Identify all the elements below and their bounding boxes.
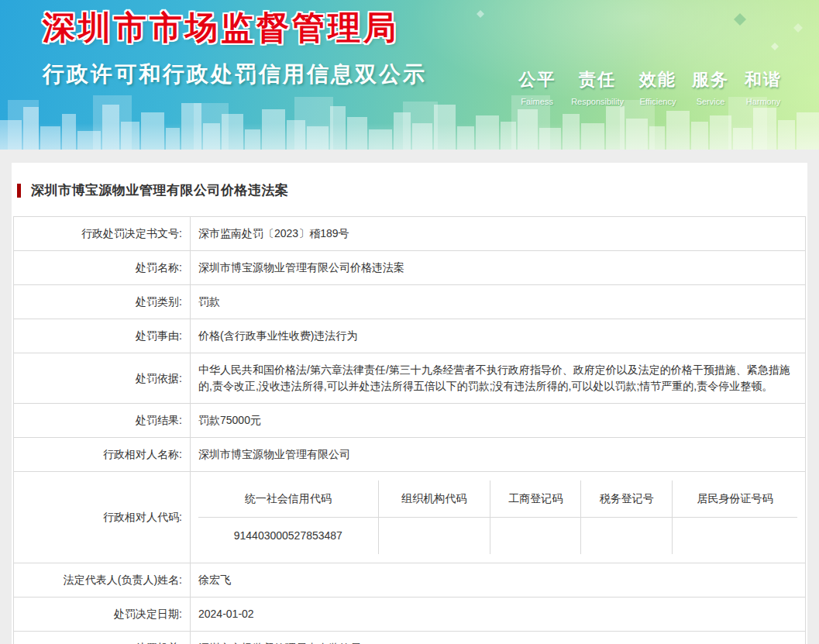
table-row: 处罚决定日期: 2024-01-02 <box>14 598 806 632</box>
table-row: 处罚名称: 深圳市博宝源物业管理有限公司价格违法案 <box>14 251 806 285</box>
table-row-codes: 行政相对人代码: 统一社会信用代码 组织机构代码 工商登记码 税务登记号 居民身… <box>14 472 806 563</box>
penalty-record-table: 行政处罚决定书文号: 深市监南处罚〔2023〕稽189号 处罚名称: 深圳市博宝… <box>13 216 806 644</box>
content-panel: 深圳市博宝源物业管理有限公司价格违法案 行政处罚决定书文号: 深市监南处罚〔20… <box>12 163 807 644</box>
title-marker <box>17 184 21 198</box>
slogan-en: Responsibility <box>571 97 624 106</box>
field-value-penalty-type: 罚款 <box>191 285 806 319</box>
table-row: 处罚事由: 价格(含行政事业性收费)违法行为 <box>14 319 806 353</box>
code-column-header: 统一社会信用代码 <box>198 480 378 517</box>
slogan-service: 服务 Service <box>692 68 729 106</box>
slogan-responsibility: 责任 Responsibility <box>571 68 624 106</box>
slogan-en: Service <box>692 97 729 106</box>
code-column-header: 税务登记号 <box>580 480 671 517</box>
site-title: 深圳市市场监督管理局 <box>43 6 819 50</box>
field-label-penalty-authority: 处罚机关: <box>14 632 191 644</box>
slogan-fairness: 公平 Faimess <box>518 68 556 106</box>
code-column-value <box>490 517 580 554</box>
code-column-value <box>580 517 671 554</box>
slogan-cn: 责任 <box>571 68 624 91</box>
table-row: 行政相对人名称: 深圳市博宝源物业管理有限公司 <box>14 438 806 472</box>
field-value-decision-date: 2024-01-02 <box>191 598 806 632</box>
slogan-cn: 公平 <box>518 68 556 91</box>
code-column-value <box>672 517 797 554</box>
table-row: 处罚依据: 中华人民共和国价格法/第六章法律责任/第三十九条经营者不执行政府指导… <box>14 353 806 404</box>
table-row: 处罚机关: 深圳市市场监督管理局南山监管局 <box>14 632 806 644</box>
field-label-penalty-name: 处罚名称: <box>14 251 191 285</box>
field-label-penalty-reason: 处罚事由: <box>14 319 191 353</box>
field-value-penalty-basis: 中华人民共和国价格法/第六章法律责任/第三十九条经营者不执行政府指导价、政府定价… <box>191 353 806 404</box>
slogan-cn: 服务 <box>692 68 729 91</box>
field-value-decision-number: 深市监南处罚〔2023〕稽189号 <box>191 217 806 251</box>
table-row: 处罚类别: 罚款 <box>14 285 806 319</box>
slogan-en: Harmony <box>745 97 782 106</box>
field-label-penalty-basis: 处罚依据: <box>14 353 191 404</box>
table-row: 行政处罚决定书文号: 深市监南处罚〔2023〕稽189号 <box>14 217 806 251</box>
code-column-value: 914403000527853487 <box>198 517 378 554</box>
field-label-party-name: 行政相对人名称: <box>14 438 191 472</box>
field-label-penalty-result: 处罚结果: <box>14 404 191 438</box>
field-value-penalty-result: 罚款75000元 <box>191 404 806 438</box>
field-value-penalty-authority: 深圳市市场监督管理局南山监管局 <box>191 632 806 644</box>
field-value-penalty-name: 深圳市博宝源物业管理有限公司价格违法案 <box>191 251 806 285</box>
table-row: 法定代表人(负责人)姓名: 徐宏飞 <box>14 563 806 598</box>
page-title-row: 深圳市博宝源物业管理有限公司价格违法案 <box>13 163 806 216</box>
code-column-header: 组织机构代码 <box>378 480 490 517</box>
codes-grid: 统一社会信用代码 组织机构代码 工商登记码 税务登记号 居民身份证号码 9144… <box>198 480 797 554</box>
field-label-penalty-type: 处罚类别: <box>14 285 191 319</box>
field-label-decision-date: 处罚决定日期: <box>14 598 191 632</box>
slogan-harmony: 和谐 Harmony <box>745 68 782 106</box>
slogan-cn: 效能 <box>639 68 676 91</box>
party-codes-cell: 统一社会信用代码 组织机构代码 工商登记码 税务登记号 居民身份证号码 9144… <box>191 472 806 563</box>
field-label-legal-representative: 法定代表人(负责人)姓名: <box>14 563 191 598</box>
field-value-penalty-reason: 价格(含行政事业性收费)违法行为 <box>191 319 806 353</box>
slogan-en: Faimess <box>518 97 556 106</box>
slogan-efficiency: 效能 Efficiency <box>639 68 676 106</box>
site-banner: 深圳市市场监督管理局 行政许可和行政处罚信用信息双公示 公平 Faimess 责… <box>0 0 819 150</box>
slogan-en: Efficiency <box>639 97 676 106</box>
code-column-header: 居民身份证号码 <box>672 480 797 517</box>
code-column-value <box>378 517 490 554</box>
slogan-cn: 和谐 <box>745 68 782 91</box>
slogan-block: 公平 Faimess 责任 Responsibility 效能 Efficien… <box>518 68 782 106</box>
field-label-decision-number: 行政处罚决定书文号: <box>14 217 191 251</box>
field-value-legal-representative: 徐宏飞 <box>191 563 806 598</box>
page-title: 深圳市博宝源物业管理有限公司价格违法案 <box>31 181 289 199</box>
field-label-party-codes: 行政相对人代码: <box>14 472 191 563</box>
code-column-header: 工商登记码 <box>490 480 580 517</box>
field-value-party-name: 深圳市博宝源物业管理有限公司 <box>191 438 806 472</box>
table-row: 处罚结果: 罚款75000元 <box>14 404 806 438</box>
